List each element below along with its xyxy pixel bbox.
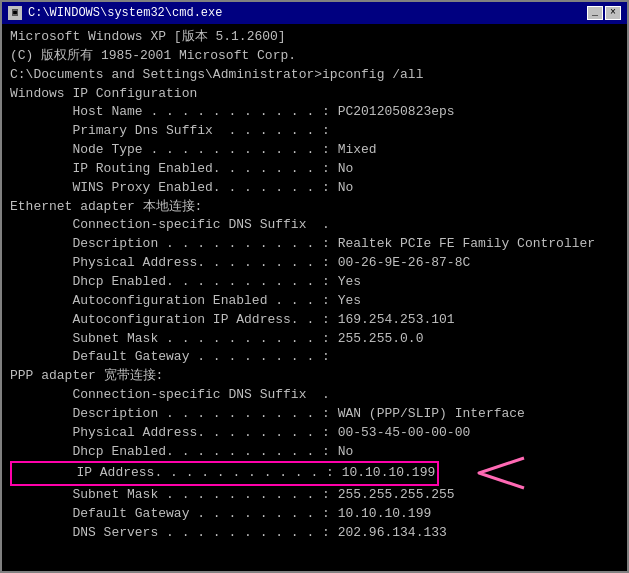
window-title: C:\WINDOWS\system32\cmd.exe xyxy=(28,6,222,20)
terminal-line: (C) 版权所有 1985-2001 Microsoft Corp. xyxy=(10,47,619,66)
minimize-button[interactable]: _ xyxy=(587,6,603,20)
terminal-line: Dhcp Enabled. . . . . . . . . . : No xyxy=(10,443,619,462)
title-buttons: _ × xyxy=(587,6,621,20)
terminal-line: Subnet Mask . . . . . . . . . . : 255.25… xyxy=(10,486,619,505)
terminal-line: Dhcp Enabled. . . . . . . . . . : Yes xyxy=(10,273,619,292)
terminal-line: Description . . . . . . . . . . : Realte… xyxy=(10,235,619,254)
cmd-icon: ▣ xyxy=(8,6,22,20)
terminal-line: IP Routing Enabled. . . . . . . : No xyxy=(10,160,619,179)
terminal-line: Host Name . . . . . . . . . . . : PC2012… xyxy=(10,103,619,122)
terminal-line: Microsoft Windows XP [版本 5.1.2600] xyxy=(10,28,619,47)
terminal-line: DNS Servers . . . . . . . . . . : 202.96… xyxy=(10,524,619,543)
terminal-line: Physical Address. . . . . . . . : 00-26-… xyxy=(10,254,619,273)
terminal-line: Connection-specific DNS Suffix . xyxy=(10,386,619,405)
ip-address-row: IP Address. . . . . . . . . . . : 10.10.… xyxy=(10,461,619,486)
terminal-content: Microsoft Windows XP [版本 5.1.2600](C) 版权… xyxy=(2,24,627,571)
terminal-line: Physical Address. . . . . . . . : 00-53-… xyxy=(10,424,619,443)
terminal-line: WINS Proxy Enabled. . . . . . . : No xyxy=(10,179,619,198)
terminal-line: Description . . . . . . . . . . : WAN (P… xyxy=(10,405,619,424)
terminal-line: Primary Dns Suffix . . . . . . : xyxy=(10,122,619,141)
terminal-line: PPP adapter 宽带连接: xyxy=(10,367,619,386)
close-button[interactable]: × xyxy=(605,6,621,20)
terminal-line: Default Gateway . . . . . . . . : xyxy=(10,348,619,367)
terminal-line: C:\Documents and Settings\Administrator>… xyxy=(10,66,619,85)
terminal-line: Autoconfiguration IP Address. . : 169.25… xyxy=(10,311,619,330)
terminal-line: Ethernet adapter 本地连接: xyxy=(10,198,619,217)
terminal-line: Windows IP Configuration xyxy=(10,85,619,104)
ip-address-highlight-box: IP Address. . . . . . . . . . . : 10.10.… xyxy=(10,461,439,486)
terminal-line: Node Type . . . . . . . . . . . : Mixed xyxy=(10,141,619,160)
terminal-line: Subnet Mask . . . . . . . . . . : 255.25… xyxy=(10,330,619,349)
terminal-line: Autoconfiguration Enabled . . . : Yes xyxy=(10,292,619,311)
terminal-line: Default Gateway . . . . . . . . : 10.10.… xyxy=(10,505,619,524)
title-bar: ▣ C:\WINDOWS\system32\cmd.exe _ × xyxy=(2,2,627,24)
title-bar-left: ▣ C:\WINDOWS\system32\cmd.exe xyxy=(8,6,222,20)
cmd-window: ▣ C:\WINDOWS\system32\cmd.exe _ × Micros… xyxy=(0,0,629,573)
terminal-line: Connection-specific DNS Suffix . xyxy=(10,216,619,235)
